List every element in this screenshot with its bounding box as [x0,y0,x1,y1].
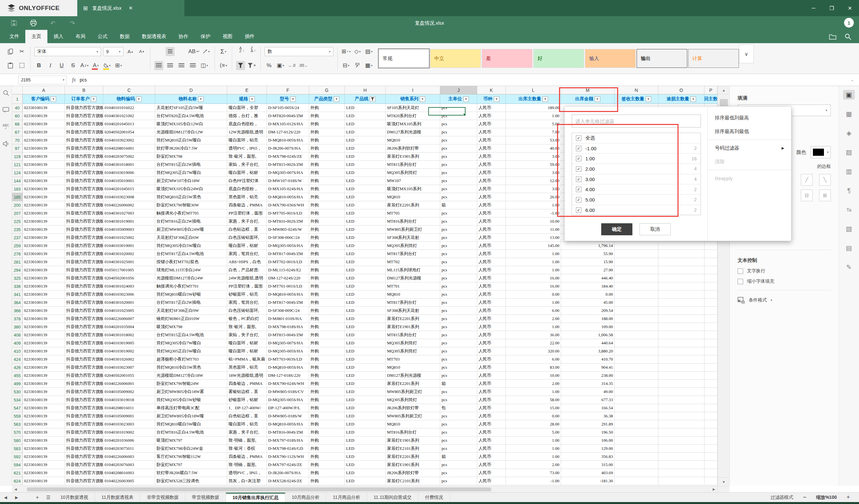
cell[interactable]: D-MQ305-005S/HA [267,396,309,404]
autosum-button[interactable]: Σ▾ [219,47,228,56]
cell[interactable] [705,380,718,388]
cell[interactable]: pcs [440,307,477,315]
cell[interactable]: pcs [440,193,477,201]
cell[interactable]: 超薄橱柜小夜灯MT703 [155,355,227,364]
italic-button[interactable]: I [46,61,55,70]
cell[interactable]: pcs [440,120,477,128]
sort-descending-icon[interactable]: ZA↓ [247,47,256,56]
cell[interactable]: MT701 [386,282,440,290]
select-all-corner[interactable] [12,86,23,94]
cell[interactable]: 人民币 [477,282,506,290]
cell[interactable]: 196.50 [561,428,615,437]
row-header-67[interactable]: 67 [12,128,23,136]
cell[interactable]: D-MQ810-005S/HA [267,364,309,371]
cell[interactable]: 10.00 [506,217,561,226]
cell[interactable]: D-MT816-002S/ZM [267,217,309,226]
sheet-tab-5[interactable]: 10月销售出库执行汇总 [226,493,285,502]
cell[interactable] [658,412,705,420]
cell-style-计算[interactable]: 计算 [688,49,739,68]
cell[interactable]: 01040208016011 [103,404,155,412]
cell[interactable] [615,364,658,371]
cell[interactable]: 人民币 [477,234,506,242]
cell[interactable]: 抖音德力西官方旗舰店 [65,477,103,485]
checkbox-checked-icon[interactable]: ✓ [576,208,582,213]
cell[interactable] [615,339,658,347]
cell[interactable]: 02330100139 [23,209,65,217]
cell[interactable]: 抖音德力西官方旗舰店 [65,234,103,242]
row-header-276[interactable]: 276 [12,250,23,258]
row-header-424[interactable]: 424 [12,355,23,364]
cell[interactable]: 02330100139 [23,307,65,315]
table-column-header-K[interactable]: 币种▾ [477,94,506,104]
cell[interactable]: 外购 [309,331,345,339]
filter-arrow-icon-B[interactable]: ▾ [91,96,96,102]
checkbox-checked-icon[interactable]: ✓ [576,197,582,202]
cell[interactable]: 外购 [309,153,345,161]
column-header-M[interactable]: M [561,86,615,94]
sheet-tab-2[interactable]: 11月数据透视表 [95,493,140,502]
cell[interactable]: 59.00 [506,161,561,169]
cell[interactable]: 白色铝边框，直 [227,412,267,420]
slicer-settings-icon[interactable]: ▤ [843,243,855,253]
cell[interactable]: 1,006.58 [561,331,615,339]
filter-arrow-icon-K[interactable]: ▾ [494,96,499,102]
cell[interactable] [705,331,718,339]
cell[interactable]: 家灿，夹子台灯, [227,331,267,339]
cell[interactable]: 银色，PC奶白灯 [227,315,267,323]
cell[interactable]: 四条银边，PMMA [227,453,267,461]
cell[interactable]: 3.00 [506,185,561,193]
filter-arrow-icon-A[interactable]: ▾ [51,96,56,102]
cell[interactable]: 人民币 [477,307,506,315]
cell[interactable]: MT816系列台灯 [386,428,440,437]
cell[interactable]: 36.00 [506,331,561,339]
cell[interactable]: 02330100139 [23,347,65,355]
cell[interactable]: 黑色面环，铝壳 [227,193,267,201]
cell[interactable]: 抖音德力西官方旗舰店 [65,404,103,412]
checkbox-checked-icon[interactable]: ✓ [576,156,582,161]
cell[interactable]: pcs [440,226,477,234]
shrink-to-fit-checkbox[interactable]: 缩小字体填充 [738,278,831,284]
table-column-header-D[interactable]: 物料名称▾ [155,94,227,104]
cell[interactable]: 01040103023006 [103,290,155,299]
cell[interactable] [615,477,658,485]
cell[interactable] [705,404,718,412]
cell[interactable]: 台灯MT816正白2W插电 [155,217,227,226]
cell[interactable]: 筒灯MQ305正白7W哑白 [155,169,227,177]
filter-cancel-button[interactable]: 取消 [639,223,671,235]
cell[interactable]: 1.00 [506,250,561,258]
cell[interactable]: 抖音德力西官方旗舰店 [65,185,103,193]
cell[interactable]: 外购 [309,347,345,355]
cell[interactable]: 抖音德力西官方旗舰店 [65,371,103,380]
cell[interactable] [658,404,705,412]
column-header-F[interactable]: F [267,86,309,94]
align-bottom-icon[interactable] [177,47,186,56]
table-column-header-A[interactable]: 客户编码▾ [23,94,65,104]
cell[interactable]: 人民币 [477,339,506,347]
filter-value-item[interactable]: ✓6.002 [572,205,700,215]
cell[interactable]: 致·明镜，圆形, [227,461,267,469]
cell[interactable]: 抖音德力西官方旗舰店 [65,209,103,217]
cell[interactable] [658,299,705,307]
cell[interactable]: DM127系列光源模 [386,371,440,380]
cell[interactable]: pcs [440,250,477,258]
cell[interactable]: 外购 [309,477,345,485]
cell[interactable] [615,445,658,453]
cell[interactable]: 0.00 [506,412,561,420]
cell[interactable] [658,461,705,469]
cell[interactable]: 02330100139 [23,477,65,485]
cell[interactable] [615,469,658,477]
cell[interactable] [658,331,705,339]
cell[interactable]: 白色PP注塑灯体 [227,177,267,185]
cell[interactable]: 光源模组DM127冷白18W [155,371,227,380]
cell[interactable]: 02330100139 [23,226,65,234]
cell[interactable]: D-MT816-004S/ZM [267,428,309,437]
cell[interactable]: 01040105009001 [103,412,155,420]
cell[interactable]: LED [345,331,386,339]
cell[interactable]: 抖音德力西官方旗舰店 [65,412,103,420]
merge-cells-icon[interactable]: ◫▾ [200,61,209,70]
cell[interactable]: 卧室灯MX790智能24W [155,380,227,388]
cell[interactable]: 26.00 [506,193,561,201]
cell[interactable] [615,347,658,355]
cell[interactable]: 人民币 [477,453,506,461]
cell[interactable]: 02330100139 [23,104,65,112]
